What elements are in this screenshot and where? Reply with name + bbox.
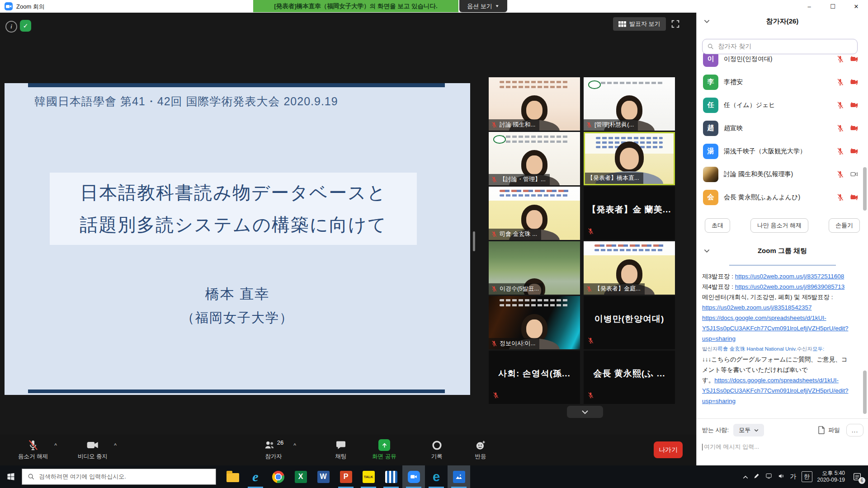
record-button[interactable]: 기록 [422,439,452,460]
chat-link[interactable]: https://docs.google.com/spreadsheets/d/1… [714,377,839,384]
taskbar-app-internet-explorer[interactable]: e [244,465,267,488]
hidden-icons-chevron[interactable] [743,473,748,481]
taskbar-app-kakaotalk[interactable]: TALK [357,465,380,488]
participant-row[interactable]: 李李禮安 [697,70,868,94]
share-screen-icon [378,439,390,451]
video-tile[interactable]: 【発表者】橋本直... [584,132,675,185]
start-button[interactable] [0,465,22,488]
video-tile[interactable]: 討論 國生和... [489,77,580,131]
participant-row[interactable]: 趙趙宣映 [697,117,868,140]
video-tile[interactable]: [管理]朴慧眞(... [584,77,675,131]
slide-text-lines [500,136,569,138]
pen-icon[interactable] [753,473,760,481]
minimize-button[interactable]: – [797,0,821,13]
gallery-scrollbar[interactable] [473,231,475,251]
chat-button[interactable]: 채팅 [326,439,356,460]
mic-off-icon [492,392,499,399]
chat-recipient-dropdown[interactable]: 모두 [733,424,764,436]
participants-button[interactable]: 26 참가자 ^ [250,439,297,460]
taskbar-app-word[interactable]: W [312,465,335,488]
video-tile[interactable]: 사회: 손영석(孫... [489,351,580,404]
mute-button[interactable]: 음소거 해제 ^ [8,439,58,460]
chat-panel-title: Zoom 그룹 채팅 [697,247,868,255]
security-shield-icon[interactable]: ✓ [20,20,31,32]
volume-icon[interactable] [778,473,785,481]
speaker-view-button[interactable]: 발표자 보기 [613,17,666,31]
video-tile[interactable]: 정보이사:이... [489,296,580,349]
chat-panel-divider[interactable] [729,265,836,266]
chevron-up-icon[interactable]: ^ [293,442,296,449]
close-button[interactable]: ✕ [844,0,868,13]
chevron-up-icon[interactable]: ^ [114,442,117,449]
view-options-button[interactable]: 옵션 보기 ▼ [459,0,507,12]
participant-search-input[interactable]: 참가자 찾기 [702,39,858,54]
taskbar-search-input[interactable]: 검색하려면 여기에 입력하십시오. [22,469,216,485]
chat-file-button[interactable]: 파일 [818,426,840,434]
chat-link[interactable]: https://us02web.zoom.us/j/83572511608 [735,273,844,280]
video-button[interactable]: 비디오 중지 ^ [68,439,118,460]
video-tile[interactable]: 会長 黄永熙(ふ ... [584,351,675,404]
video-tile[interactable]: 이병만(한양여대) [584,296,675,349]
chat-meta-name: 司會 金玄珠 Hanbat National Univ. [718,346,797,352]
chat-link[interactable]: Y5J1Ss0pCU3AKFch77Cvm091lroLefjjVZH5prU/… [702,325,848,332]
slide-title-line2: 話題別多読システムの構築に向けて [80,212,387,237]
share-button[interactable]: 화면 공유 [361,439,408,460]
participant-row[interactable]: 任任（イム）ジェヒ [697,94,868,117]
fullscreen-icon[interactable] [669,18,682,30]
leave-meeting-button[interactable]: 나가기 [654,441,683,458]
mic-off-icon [836,193,844,201]
toolbar-item-label: 화면 공유 [361,453,408,460]
taskbar-app-zoom[interactable] [402,465,425,488]
more-participants-chevron[interactable] [567,406,603,418]
taskbar-app-excel[interactable]: X [289,465,312,488]
mute-me-button[interactable]: 나만 음소거 해제 [750,218,808,233]
video-tile[interactable]: 【発表者】金 蘭美... [584,187,675,240]
display-icon[interactable] [765,473,773,481]
slide-text-lines [500,194,569,197]
chat-link[interactable]: https://us02web.zoom.us/j/83518542357 [702,304,811,311]
gallery-grid-icon [618,21,626,27]
hancom-docs-icon [385,471,397,483]
chat-message-input[interactable]: 여기에 메시지 입력... [702,443,759,451]
video-tile[interactable]: 【発表者】金庭... [584,241,675,295]
chat-text: 제3발표장 : [702,273,735,280]
video-tile[interactable]: 이경수(5발표... [489,241,580,295]
raise-hand-button[interactable]: 손들기 [829,218,860,233]
ime-korean-indicator[interactable]: 가 [790,473,797,481]
taskbar-clock[interactable]: 오후 5:40 2020-09-19 [817,470,845,483]
taskbar-app-file-explorer[interactable] [222,465,244,488]
taskbar-app-hancom-docs[interactable] [380,465,402,488]
taskbar-app-powerpoint[interactable]: P [335,465,357,488]
maximize-button[interactable]: ☐ [821,0,844,13]
taskbar-app-photos[interactable] [448,465,470,488]
chat-more-button[interactable]: ... [846,424,863,436]
tile-participant-name: 会長 黄永熙(ふ ... [584,368,675,380]
video-tile[interactable]: 【討論・管理】... [489,132,580,185]
chat-link[interactable]: https://docs.google.com/spreadsheets/d/1… [702,314,826,321]
mic-off-icon [491,340,497,347]
taskbar-app-chrome[interactable] [267,465,289,488]
slide-text-lines [500,304,569,306]
chevron-up-icon[interactable]: ^ [54,442,57,449]
ime-han-indicator[interactable]: 한 [802,471,812,482]
chat-link[interactable]: usp=sharing [702,335,736,342]
participant-list-scrollbar[interactable] [863,167,867,211]
avatar: 趙 [703,121,718,136]
participant-row[interactable]: 討論 國生和美(弘報理事) [697,163,868,186]
action-center-icon[interactable]: 6 [850,469,864,484]
invite-button[interactable]: 초대 [705,218,730,233]
chat-link[interactable]: https://us02web.zoom.us/j/89639085713 [735,283,844,290]
avatar: 李 [703,75,718,90]
meeting-info-icon[interactable]: i [5,21,17,33]
participant-row[interactable]: 湯湯浅千映子（大阪観光大学） [697,140,868,163]
chat-link[interactable]: Y5J1Ss0pCU3AKFch77Cvm091lroLefjjVZH5prU/… [702,387,848,394]
video-tile[interactable]: 司會 金玄珠 ... [489,187,580,240]
tile-name-label: 이경수(5발표... [489,283,543,295]
chat-scrollbar[interactable] [863,371,867,414]
reactions-button[interactable]: 반응 [466,439,495,460]
participant-row[interactable]: 会会長 黄永熙(ふぁんよんひ) [697,186,868,209]
chat-link[interactable]: usp=sharing [702,398,736,404]
chat-to-label: 받는 사람: [702,426,729,434]
chat-input-placeholder: 여기에 메시지 입력... [704,443,759,451]
taskbar-app-edge[interactable]: e [425,465,448,488]
